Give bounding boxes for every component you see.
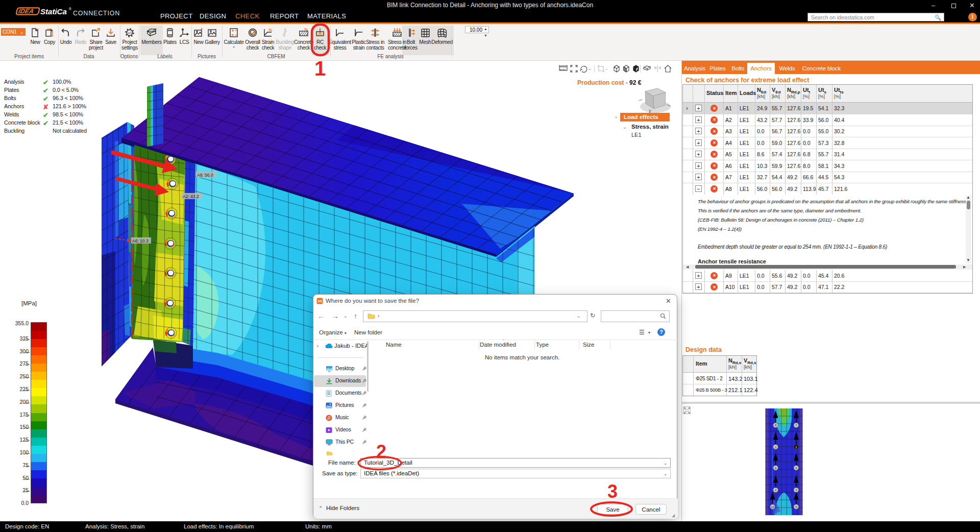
svg-text:A2: 43.2: A2: 43.2 — [183, 194, 199, 199]
svg-text:10: 10 — [771, 505, 774, 509]
svg-text:A6: 10.3: A6: 10.3 — [132, 238, 149, 244]
svg-text:A8: 56.0: A8: 56.0 — [197, 173, 213, 178]
